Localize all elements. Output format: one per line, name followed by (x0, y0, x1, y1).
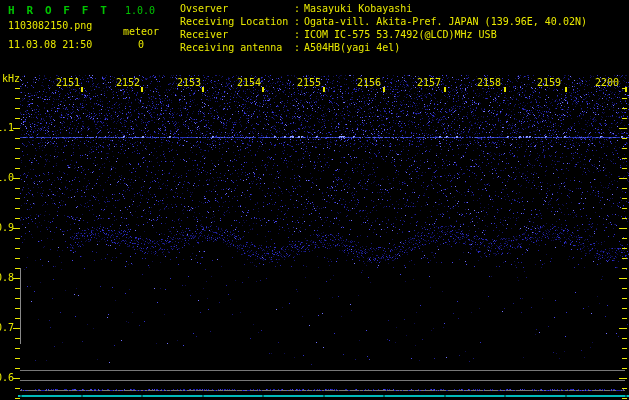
info-label: Receiving antenna (180, 41, 294, 54)
info-colon: : (294, 15, 304, 28)
freq-tick-label: 0.9 (0, 223, 14, 233)
info-colon: : (294, 2, 304, 15)
info-value: A504HB(yagi 4el) (304, 41, 400, 54)
mode-label: meteor (119, 26, 163, 37)
spectrogram-canvas (0, 0, 629, 400)
time-tick-label: 2151 (55, 77, 81, 88)
time-tick-label: 2154 (236, 77, 262, 88)
freq-tick-label: 1.0 (0, 173, 14, 183)
info-row-receiver: Receiver : ICOM IC-575 53.7492(@LCD)MHz … (180, 28, 587, 41)
info-label: Receiver (180, 28, 294, 41)
meteor-count: 0 (119, 39, 163, 50)
time-tick-label: 2156 (356, 77, 382, 88)
info-colon: : (294, 28, 304, 41)
time-tick-label: 2155 (296, 77, 322, 88)
y-axis-unit: kHz (2, 73, 20, 84)
info-row-location: Receiving Location : Ogata-vill. Akita-P… (180, 15, 587, 28)
file-name: 1103082150.png (8, 20, 92, 31)
time-tick-label: 2152 (115, 77, 141, 88)
observer-info: Ovserver : Masayuki Kobayashi Receiving … (180, 2, 587, 54)
info-label: Ovserver (180, 2, 294, 15)
info-colon: : (294, 41, 304, 54)
time-tick-label: 2157 (416, 77, 442, 88)
info-row-observer: Ovserver : Masayuki Kobayashi (180, 2, 587, 15)
freq-tick-label: 1.1 (0, 123, 14, 133)
freq-tick-label: 0.8 (0, 273, 14, 283)
info-row-antenna: Receiving antenna : A504HB(yagi 4el) (180, 41, 587, 54)
freq-tick-label: 0.6 (0, 373, 14, 383)
freq-tick-label: 0.7 (0, 323, 14, 333)
hrofft-window: H R O F F T 1.0.0 1103082150.png meteor … (0, 0, 629, 400)
info-label: Receiving Location (180, 15, 294, 28)
app-title: H R O F F T (8, 4, 109, 17)
time-tick-label: 2159 (536, 77, 562, 88)
app-version: 1.0.0 (125, 5, 155, 16)
time-tick-label: 2200 (594, 77, 620, 88)
timestamp: 11.03.08 21:50 (8, 39, 92, 50)
time-tick-label: 2153 (176, 77, 202, 88)
time-tick-label: 2158 (476, 77, 502, 88)
info-value: Masayuki Kobayashi (304, 2, 412, 15)
info-value: Ogata-vill. Akita-Pref. JAPAN (139.96E, … (304, 15, 587, 28)
info-value: ICOM IC-575 53.7492(@LCD)MHz USB (304, 28, 497, 41)
